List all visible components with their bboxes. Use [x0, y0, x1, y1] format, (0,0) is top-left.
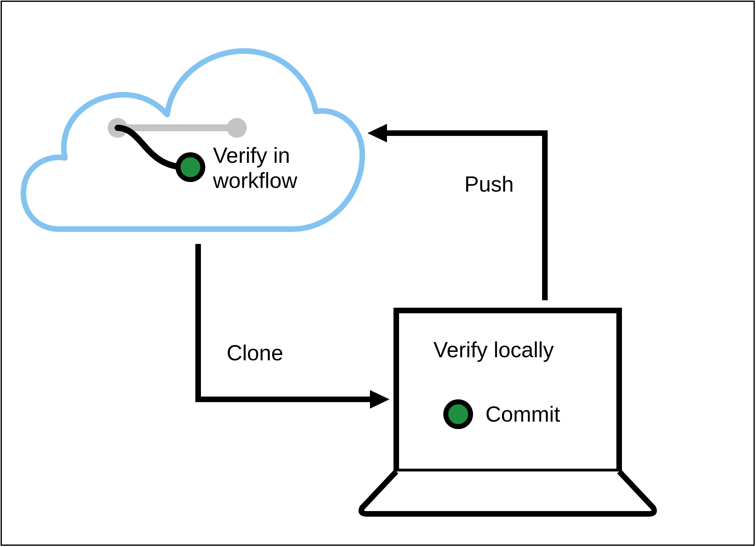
- push-arrow: [367, 124, 545, 300]
- verify-in-workflow-line1: Verify in: [213, 143, 290, 167]
- svg-point-5: [446, 402, 471, 427]
- svg-marker-7: [367, 124, 387, 142]
- verify-in-workflow-label: Verify in workflow: [213, 143, 315, 193]
- svg-point-3: [178, 155, 203, 180]
- branch-fork-curve: [118, 128, 186, 167]
- diagram-svg: [0, 0, 756, 547]
- diagram-canvas: Verify in workflow Clone Push Verify loc…: [0, 0, 756, 547]
- svg-marker-6: [370, 390, 389, 409]
- svg-rect-4: [396, 310, 619, 471]
- svg-point-2: [227, 118, 247, 138]
- verify-in-workflow-line2: workflow: [213, 168, 297, 193]
- cloud-icon: [24, 51, 363, 229]
- push-label: Push: [464, 172, 514, 197]
- commit-node-laptop: [446, 402, 471, 427]
- verify-locally-label: Verify locally: [433, 337, 554, 362]
- commit-node-cloud: [178, 155, 203, 180]
- commit-label: Commit: [485, 402, 560, 427]
- clone-label: Clone: [227, 341, 283, 366]
- clone-arrow: [198, 244, 389, 409]
